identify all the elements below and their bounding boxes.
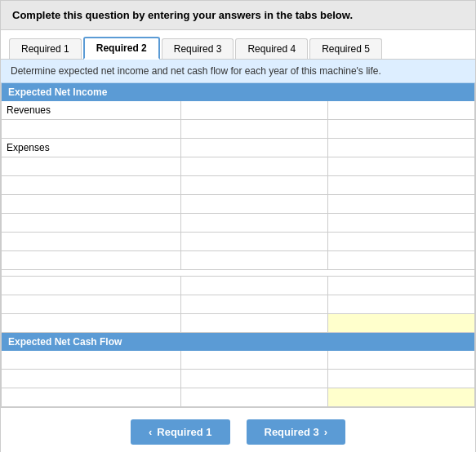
expense-row-1 <box>2 157 474 176</box>
cashflow-row-2 <box>2 370 474 388</box>
expense-val-input-3-2[interactable] <box>328 195 474 213</box>
cashflow-val1-1 <box>181 351 328 369</box>
expense-val-input-5-2[interactable] <box>328 233 474 250</box>
revenues-empty-input-1[interactable] <box>181 120 327 138</box>
expense-val-input-3-1[interactable] <box>181 195 327 213</box>
expense-val-input-1-1[interactable] <box>181 157 327 175</box>
expense-label-5 <box>2 233 181 250</box>
expense-val-input-4-2[interactable] <box>328 214 474 232</box>
expenses-row: Expenses <box>2 139 474 157</box>
expense-val-input-2-2[interactable] <box>328 176 474 194</box>
cashflow-val1-3 <box>181 388 328 406</box>
expense-val-input-2-1[interactable] <box>181 176 327 194</box>
summary-label-1 <box>2 277 181 295</box>
next-button-label: Required 3 <box>265 426 319 438</box>
expenses-input-1[interactable] <box>181 139 327 157</box>
tab-required1[interactable]: Required 1 <box>9 38 82 59</box>
cashflow-val1-2 <box>181 370 328 388</box>
expense-name-input-5[interactable] <box>7 236 176 247</box>
cashflow-row-1 <box>2 351 474 370</box>
summary-row-3 <box>2 314 474 333</box>
summary-val-input-2-1[interactable] <box>181 295 327 313</box>
summary-val-input-2-2[interactable] <box>328 295 474 313</box>
cashflow-name-input-1[interactable] <box>7 354 176 366</box>
expense-val2-6 <box>328 251 474 269</box>
revenues-input-1[interactable] <box>181 101 327 119</box>
expense-row-5 <box>2 233 474 251</box>
expense-val2-1 <box>328 157 474 175</box>
expense-name-input-4[interactable] <box>7 217 176 228</box>
summary-label-3 <box>2 314 181 332</box>
expense-row-3 <box>2 195 474 214</box>
revenues-empty-col2 <box>328 120 474 138</box>
description-bar: Determine expected net income and net ca… <box>1 60 475 83</box>
expense-name-input-3[interactable] <box>7 198 176 210</box>
tab-required4[interactable]: Required 4 <box>235 38 308 59</box>
summary-val-input-1-2[interactable] <box>328 277 474 295</box>
expense-val-input-4-1[interactable] <box>181 214 327 232</box>
cashflow-val-input-1-1[interactable] <box>181 351 327 369</box>
summary-val1-1 <box>181 277 328 295</box>
bottom-nav: ‹ Required 1 Required 3 › <box>1 408 475 452</box>
expense-val1-6 <box>181 251 328 269</box>
summary-val-input-1-1[interactable] <box>181 277 327 295</box>
next-button[interactable]: Required 3 › <box>247 419 346 445</box>
expense-name-input-1[interactable] <box>7 161 176 172</box>
revenues-empty-input-2[interactable] <box>328 120 474 138</box>
cashflow-val2-1 <box>328 351 474 369</box>
cashflow-name-input-3[interactable] <box>7 392 176 403</box>
cashflow-label-1 <box>2 351 181 369</box>
next-chevron-icon: › <box>324 426 327 438</box>
summary-val-input-3-2[interactable] <box>328 314 474 332</box>
expense-val2-3 <box>328 195 474 213</box>
revenues-row: Revenues <box>2 101 474 120</box>
tab-required2[interactable]: Required 2 <box>83 37 160 60</box>
summary-val-input-3-1[interactable] <box>181 314 327 332</box>
expense-val1-1 <box>181 157 328 175</box>
cashflow-val-input-2-1[interactable] <box>181 370 327 388</box>
expense-val-input-1-2[interactable] <box>328 157 474 175</box>
tabs-bar: Required 1 Required 2 Required 3 Require… <box>1 30 475 60</box>
cashflow-val-input-3-1[interactable] <box>181 388 327 406</box>
expense-val-input-6-2[interactable] <box>328 251 474 269</box>
expense-val1-4 <box>181 214 328 232</box>
expense-val-input-5-1[interactable] <box>181 233 327 250</box>
cashflow-val-input-1-2[interactable] <box>328 351 474 369</box>
expense-val1-2 <box>181 176 328 194</box>
cashflow-val2-2 <box>328 370 474 388</box>
expense-label-1 <box>2 157 181 175</box>
net-income-header: Expected Net Income <box>2 83 474 101</box>
expense-name-input-6[interactable] <box>7 255 176 266</box>
expenses-label-cell: Expenses <box>2 139 181 157</box>
summary-label-2 <box>2 295 181 313</box>
expense-label-6 <box>2 251 181 269</box>
revenues-label-cell: Revenues <box>2 101 181 119</box>
tab-required3[interactable]: Required 3 <box>162 38 234 59</box>
revenues-empty-col1 <box>181 120 328 138</box>
summary-name-input-3[interactable] <box>7 317 176 329</box>
instruction-bar: Complete this question by entering your … <box>1 1 475 30</box>
cashflow-val-input-2-2[interactable] <box>328 370 474 388</box>
expense-label-2 <box>2 176 181 194</box>
summary-name-input-1[interactable] <box>7 280 176 291</box>
expenses-input-2[interactable] <box>328 139 474 157</box>
expense-row-6 <box>2 251 474 270</box>
prev-button[interactable]: ‹ Required 1 <box>131 419 230 445</box>
cashflow-name-input-2[interactable] <box>7 373 176 384</box>
cashflow-val2-3-highlighted <box>328 388 474 406</box>
revenues-input-2[interactable] <box>328 101 474 119</box>
summary-row-1 <box>2 277 474 295</box>
description-text: Determine expected net income and net ca… <box>11 65 381 77</box>
expense-val2-4 <box>328 214 474 232</box>
cashflow-val-input-3-2[interactable] <box>328 388 474 406</box>
grid-container: Expected Net Income Revenues <box>1 83 475 408</box>
revenues-col1 <box>181 101 328 119</box>
revenues-label: Revenues <box>7 104 51 116</box>
cashflow-label-3 <box>2 388 181 406</box>
summary-val1-3 <box>181 314 328 332</box>
expense-val2-2 <box>328 176 474 194</box>
expense-name-input-2[interactable] <box>7 179 176 191</box>
tab-required5[interactable]: Required 5 <box>309 38 382 59</box>
summary-name-input-2[interactable] <box>7 299 176 310</box>
expense-val-input-6-1[interactable] <box>181 251 327 269</box>
